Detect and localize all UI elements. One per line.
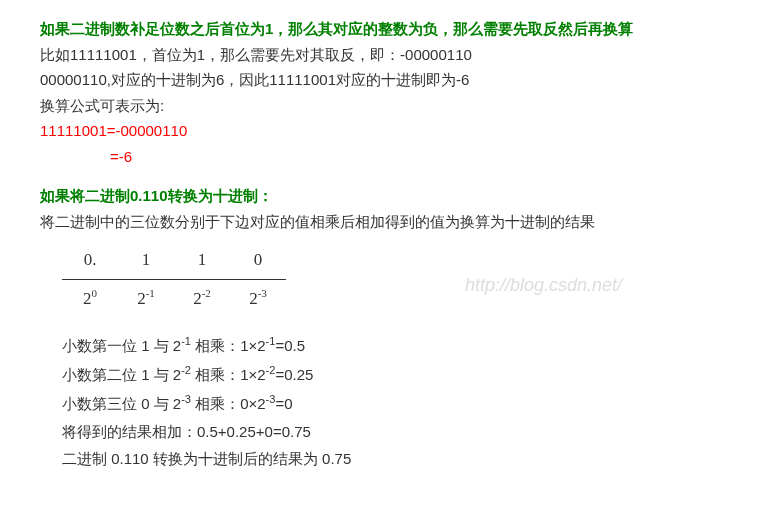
table-cell: 2-3 [230, 279, 286, 317]
section1-heading: 如果二进制数补足位数之后首位为1，那么其对应的整数为负，那么需要先取反然后再换算 [40, 16, 732, 42]
table-cell: 20 [62, 279, 118, 317]
section2-heading: 如果将二进制0.110转换为十进制： [40, 183, 732, 209]
step-4: 将得到的结果相加：0.5+0.25+0=0.75 [62, 418, 732, 446]
binary-table: 0. 1 1 0 20 2-1 2-2 2-3 [62, 242, 732, 317]
section1-code2: =-6 [40, 144, 732, 170]
step-2: 小数第二位 1 与 2-2 相乘：1×2-2=0.25 [62, 360, 732, 389]
table-cell: 0 [230, 242, 286, 279]
section1-line1: 比如11111001，首位为1，那么需要先对其取反，即：-00000110 [40, 42, 732, 68]
table-cell: 2-1 [118, 279, 174, 317]
step-3: 小数第三位 0 与 2-3 相乘：0×2-3=0 [62, 389, 732, 418]
table-cell: 0. [62, 242, 118, 279]
document-content: 如果二进制数补足位数之后首位为1，那么其对应的整数为负，那么需要先取反然后再换算… [40, 16, 732, 473]
section1-line2: 00000110,对应的十进制为6，因此11111001对应的十进制即为-6 [40, 67, 732, 93]
table-cell: 1 [118, 242, 174, 279]
section2-line1: 将二进制中的三位数分别于下边对应的值相乘后相加得到的值为换算为十进制的结果 [40, 209, 732, 235]
section1-code1: 11111001=-00000110 [40, 118, 732, 144]
section1-line3: 换算公式可表示为: [40, 93, 732, 119]
table-cell: 1 [174, 242, 230, 279]
step-1: 小数第一位 1 与 2-1 相乘：1×2-1=0.5 [62, 331, 732, 360]
step-5: 二进制 0.110 转换为十进制后的结果为 0.75 [62, 445, 732, 473]
table-cell: 2-2 [174, 279, 230, 317]
calculation-steps: 小数第一位 1 与 2-1 相乘：1×2-1=0.5 小数第二位 1 与 2-2… [62, 331, 732, 473]
